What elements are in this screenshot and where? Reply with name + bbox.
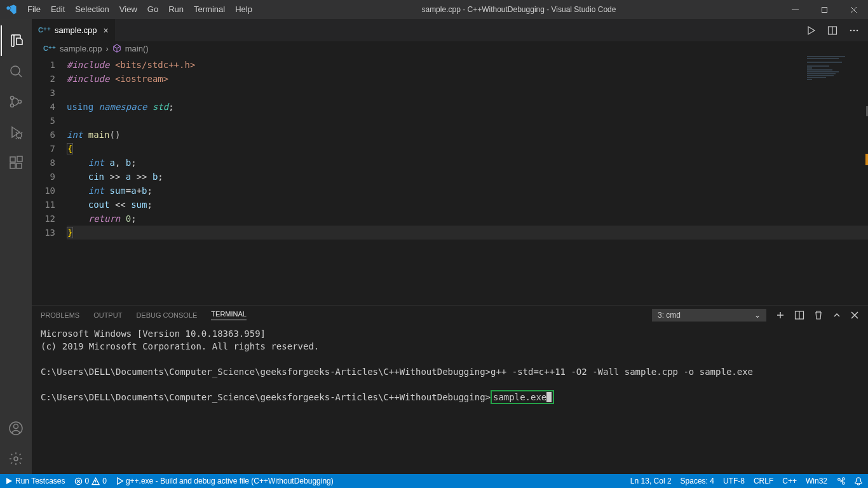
- maximize-button[interactable]: [810, 0, 839, 19]
- svg-point-2: [11, 97, 14, 100]
- terminal-body[interactable]: Microsoft Windows [Version 10.0.18363.95…: [32, 325, 868, 474]
- panel-tab-problems[interactable]: PROBLEMS: [41, 311, 79, 319]
- vscode-logo-icon: [0, 4, 22, 15]
- svg-point-5: [17, 133, 22, 138]
- close-button[interactable]: [839, 0, 868, 19]
- svg-point-20: [843, 478, 845, 480]
- window-title: sample.cpp - C++WithoutDebugging - Visua…: [257, 5, 780, 14]
- svg-point-15: [853, 29, 855, 31]
- run-file-icon[interactable]: [806, 25, 816, 36]
- minimize-button[interactable]: [780, 0, 810, 19]
- explorer-icon[interactable]: [1, 25, 31, 56]
- svg-rect-7: [10, 163, 15, 168]
- run-debug-icon[interactable]: [1, 117, 31, 147]
- status-language[interactable]: C++: [782, 477, 797, 485]
- svg-rect-0: [822, 7, 827, 12]
- editor-actions: [806, 19, 868, 41]
- svg-point-3: [11, 104, 14, 107]
- svg-rect-9: [17, 156, 22, 161]
- status-notifications-icon[interactable]: [854, 477, 863, 485]
- svg-point-21: [843, 482, 845, 485]
- status-cursor-position[interactable]: Ln 13, Col 2: [630, 477, 672, 485]
- svg-rect-8: [17, 163, 22, 168]
- overview-ruler-marker: [865, 154, 868, 165]
- breadcrumb-file[interactable]: sample.cpp: [60, 44, 102, 53]
- status-problems[interactable]: 0 0: [74, 477, 107, 485]
- panel: PROBLEMS OUTPUT DEBUG CONSOLE TERMINAL 3…: [32, 305, 868, 474]
- close-panel-icon[interactable]: [850, 311, 859, 320]
- svg-point-12: [14, 457, 18, 461]
- terminal-line: Microsoft Windows [Version 10.0.18363.95…: [41, 327, 859, 340]
- svg-point-4: [18, 100, 22, 104]
- svg-point-1: [11, 66, 20, 75]
- more-actions-icon[interactable]: [849, 25, 859, 36]
- tabs-row: C⁺⁺ sample.cpp ×: [32, 19, 868, 41]
- status-encoding[interactable]: UTF-8: [723, 477, 745, 485]
- panel-tab-terminal[interactable]: TERMINAL: [211, 310, 247, 320]
- split-editor-icon[interactable]: [827, 25, 837, 36]
- svg-point-14: [850, 29, 852, 31]
- kill-terminal-icon[interactable]: [813, 310, 824, 320]
- terminal-line: (c) 2019 Microsoft Corporation. All righ…: [41, 340, 859, 353]
- breadcrumb-symbol[interactable]: main(): [125, 44, 149, 53]
- svg-point-11: [14, 424, 18, 429]
- menu-edit[interactable]: Edit: [46, 0, 70, 19]
- terminal-line: [41, 353, 859, 365]
- status-build-task[interactable]: g++.exe - Build and debug active file (C…: [116, 477, 334, 485]
- maximize-panel-icon[interactable]: [832, 311, 841, 320]
- tab-close-icon[interactable]: ×: [103, 25, 108, 36]
- terminal-line: [41, 378, 859, 391]
- accounts-icon[interactable]: [1, 413, 31, 444]
- cpp-file-icon: C⁺⁺: [38, 26, 51, 34]
- main-row: C⁺⁺ sample.cpp × C⁺⁺ sample.cpp › main()…: [0, 19, 868, 474]
- new-terminal-icon[interactable]: [775, 310, 785, 320]
- code-editor[interactable]: 12345678910111213 #include <bits/stdc++.…: [32, 55, 868, 305]
- terminal-cursor: [546, 392, 552, 402]
- terminal-selector-label: 3: cmd: [658, 311, 681, 320]
- terminal-line: C:\Users\DELL\Documents\Computer_Science…: [41, 365, 859, 378]
- menu-terminal[interactable]: Terminal: [189, 0, 230, 19]
- terminal-line: C:\Users\DELL\Documents\Computer_Science…: [41, 391, 859, 403]
- status-indentation[interactable]: Spaces: 4: [681, 477, 714, 485]
- menu-run[interactable]: Run: [163, 0, 189, 19]
- breadcrumb[interactable]: C⁺⁺ sample.cpp › main(): [32, 41, 868, 55]
- menu-help[interactable]: Help: [230, 0, 257, 19]
- tab-label: sample.cpp: [55, 25, 97, 35]
- status-feedback-icon[interactable]: [836, 477, 845, 485]
- symbol-method-icon: [112, 44, 121, 53]
- activity-bar: [0, 19, 32, 474]
- window-controls: [780, 0, 868, 19]
- tab-sample-cpp[interactable]: C⁺⁺ sample.cpp ×: [32, 19, 115, 41]
- source-control-icon[interactable]: [1, 86, 31, 117]
- status-platform[interactable]: Win32: [806, 477, 827, 485]
- code-content[interactable]: #include <bits/stdc++.h> #include <iostr…: [67, 55, 868, 305]
- menu-view[interactable]: View: [114, 0, 142, 19]
- editor-area: C⁺⁺ sample.cpp × C⁺⁺ sample.cpp › main()…: [32, 19, 868, 474]
- chevron-down-icon: ⌄: [754, 311, 761, 320]
- svg-rect-6: [10, 157, 15, 162]
- cpp-file-icon: C⁺⁺: [43, 44, 56, 53]
- settings-gear-icon[interactable]: [1, 444, 31, 474]
- menu-bar: File Edit Selection View Go Run Terminal…: [22, 0, 257, 19]
- split-terminal-icon[interactable]: [794, 310, 804, 320]
- titlebar: File Edit Selection View Go Run Terminal…: [0, 0, 868, 19]
- panel-tab-debug-console[interactable]: DEBUG CONSOLE: [136, 311, 197, 319]
- extensions-icon[interactable]: [1, 147, 31, 178]
- svg-point-19: [838, 478, 841, 481]
- chevron-right-icon: ›: [105, 44, 108, 53]
- minimap[interactable]: [804, 55, 868, 106]
- menu-selection[interactable]: Selection: [70, 0, 114, 19]
- status-bar: Run Testcases 0 0 g++.exe - Build and de…: [0, 474, 868, 488]
- menu-go[interactable]: Go: [142, 0, 163, 19]
- svg-point-16: [857, 29, 858, 31]
- terminal-selector[interactable]: 3: cmd ⌄: [652, 309, 766, 322]
- status-eol[interactable]: CRLF: [754, 477, 773, 485]
- line-numbers: 12345678910111213: [32, 55, 67, 305]
- panel-tabs: PROBLEMS OUTPUT DEBUG CONSOLE TERMINAL 3…: [32, 306, 868, 325]
- panel-tab-output[interactable]: OUTPUT: [93, 311, 122, 319]
- status-run-testcases[interactable]: Run Testcases: [5, 477, 65, 485]
- menu-file[interactable]: File: [22, 0, 46, 19]
- search-icon[interactable]: [1, 56, 31, 86]
